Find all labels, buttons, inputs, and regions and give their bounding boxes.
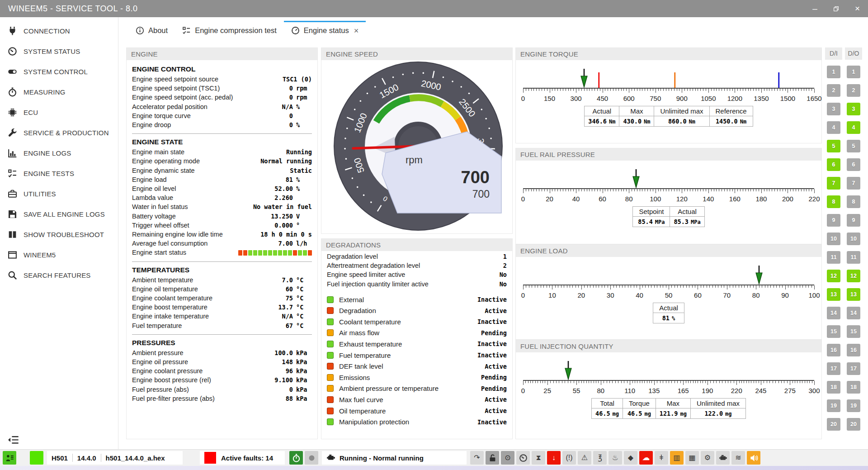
sidebar-item-engine-logs[interactable]: ENGINE LOGS	[0, 143, 118, 163]
ruler-minor-tick	[764, 381, 764, 383]
degradation-label: Emissions	[339, 374, 370, 381]
digital-outputs-column: D/O1234567891011121314151617181920	[845, 47, 862, 431]
ruler-minor-tick	[795, 381, 795, 383]
d-i-channel-7: 7	[827, 177, 840, 190]
engine-icon	[326, 453, 335, 462]
software-version: 14.4.0	[77, 454, 96, 462]
value-table-unit: Nm	[609, 119, 615, 125]
ruler-minor-tick	[647, 381, 647, 383]
ruler-minor-tick	[750, 89, 751, 91]
d-o-channel-15: 15	[847, 325, 860, 338]
ruler-minor-tick	[637, 285, 637, 288]
degradation-status-swatch	[327, 418, 334, 425]
degradation-status-swatch	[327, 296, 334, 303]
ruler-major-tick	[736, 381, 737, 385]
info-icon	[136, 26, 144, 35]
engine-data-row: Average fuel consumption7.00l/h	[132, 239, 312, 248]
row-unit: kPa	[293, 366, 312, 375]
sidebar-item-connection[interactable]: CONNECTION	[0, 21, 118, 41]
ruler-label: 450	[597, 95, 608, 102]
ruler-minor-tick	[705, 381, 706, 383]
close-button[interactable]: ×	[847, 0, 868, 17]
sidebar-item-utilities[interactable]: UTILITIES	[0, 184, 118, 204]
ruler-minor-tick	[791, 285, 791, 288]
degradation-item: Ambient pressure or temperaturePending	[327, 383, 507, 394]
ruler-minor-tick	[542, 89, 542, 91]
engine-data-row: Engine speed setpoint sourceTSC1 (0)	[132, 75, 312, 84]
sidebar-item-label: ECU	[24, 109, 38, 116]
ruler-minor-tick	[793, 89, 793, 91]
sidebar-item-system-control[interactable]: SYSTEM CONTROL	[0, 62, 118, 82]
sidebar-item-measuring[interactable]: MEASURING	[0, 82, 118, 102]
battery-box-icon: ▥	[670, 451, 684, 465]
ruler-minor-tick	[780, 89, 780, 91]
ruler-minor-tick	[593, 285, 594, 288]
minimize-button[interactable]: –	[804, 0, 826, 17]
ruler-minor-tick	[666, 89, 666, 91]
measuring-timer-button[interactable]	[289, 451, 303, 465]
record-button[interactable]	[305, 451, 318, 465]
ruler-major-tick	[523, 285, 524, 290]
ruler-minor-tick	[640, 89, 640, 91]
sidebar-item-show-troubleshoot[interactable]: SHOW TROUBLESHOOT	[0, 224, 118, 245]
ruler-minor-tick	[531, 189, 532, 191]
active-faults-field[interactable]: Active faults: 14	[200, 451, 285, 465]
collapse-sidebar-icon[interactable]	[7, 435, 19, 444]
ruler-minor-tick	[589, 189, 590, 191]
ruler-minor-tick	[592, 89, 592, 91]
row-label: Ambient temperature	[132, 275, 282, 285]
tab-about[interactable]: About	[128, 21, 175, 39]
ruler-minor-tick	[807, 381, 807, 383]
ruler-minor-tick	[769, 381, 770, 383]
ruler-major-tick	[727, 285, 727, 290]
row-value: 88	[286, 394, 293, 403]
ruler-minor-tick	[589, 89, 590, 91]
down-arrow-lamp-icon: ↓	[547, 451, 561, 465]
sidebar-item-system-status[interactable]: SYSTEM STATUS	[0, 41, 118, 62]
tab-engine-status[interactable]: Engine status×	[284, 21, 366, 39]
panel-fuel-rail-pressure: FUEL RAIL PRESSURE0204060801001201401601…	[515, 148, 822, 244]
sidebar-item-label: SERVICE & PRODUCTION	[24, 129, 109, 137]
ruler-minor-tick	[680, 285, 681, 288]
ruler-major-tick	[814, 285, 815, 290]
ruler-minor-tick	[589, 381, 589, 383]
sidebar-item-ecu[interactable]: ECU	[0, 102, 118, 123]
sidebar-item-service-production[interactable]: SERVICE & PRODUCTION	[0, 123, 118, 143]
ruler-minor-tick	[669, 89, 669, 91]
ruler-minor-tick	[750, 285, 750, 288]
sidebar: CONNECTIONSYSTEM STATUSSYSTEM CONTROLMEA…	[0, 17, 118, 450]
ruler-major-tick	[756, 285, 756, 290]
tab-engine-compression-test[interactable]: Engine compression test	[175, 21, 284, 39]
row-unit: °C	[293, 285, 312, 294]
degradation-status: Inactive	[477, 340, 507, 347]
start-status-block	[288, 250, 292, 256]
ruler-label: 25	[543, 387, 551, 394]
degradation-status: Pending	[481, 329, 507, 337]
restore-button[interactable]	[826, 0, 847, 17]
ruler-minor-tick	[654, 285, 655, 288]
ruler-minor-tick	[567, 285, 567, 288]
ruler-minor-tick	[658, 189, 659, 191]
user-profile-button[interactable]	[3, 451, 16, 465]
degradation-status: Inactive	[477, 296, 507, 303]
sidebar-item-engine-tests[interactable]: ENGINE TESTS	[0, 163, 118, 184]
ruler-major-tick	[669, 285, 669, 290]
ruler-minor-tick	[529, 285, 529, 288]
sidebar-item-label: ENGINE LOGS	[24, 149, 71, 157]
ruler-minor-tick	[550, 381, 551, 383]
row-label: Engine oil pressure	[132, 357, 282, 366]
sidebar-item-save-all-engine-logs[interactable]: SAVE ALL ENGINE LOGS	[0, 204, 118, 224]
row-label: Remaining engine low idle time	[132, 230, 260, 239]
unlock-icon	[486, 451, 499, 465]
ruler-minor-tick	[740, 189, 741, 191]
sidebar-item-search-features[interactable]: SEARCH FEATURES	[0, 265, 118, 285]
ruler-label: 100	[650, 195, 661, 203]
speaker-icon[interactable]	[747, 451, 760, 465]
row-value: 2	[503, 261, 507, 270]
ruler-minor-tick	[542, 189, 542, 191]
close-tab-icon[interactable]: ×	[354, 27, 359, 35]
ruler-minor-tick	[625, 285, 625, 288]
d-i-channel-18: 18	[827, 381, 840, 394]
sidebar-item-wineem5[interactable]: WINEEM5	[0, 245, 118, 265]
ruler-minor-tick	[767, 189, 767, 191]
